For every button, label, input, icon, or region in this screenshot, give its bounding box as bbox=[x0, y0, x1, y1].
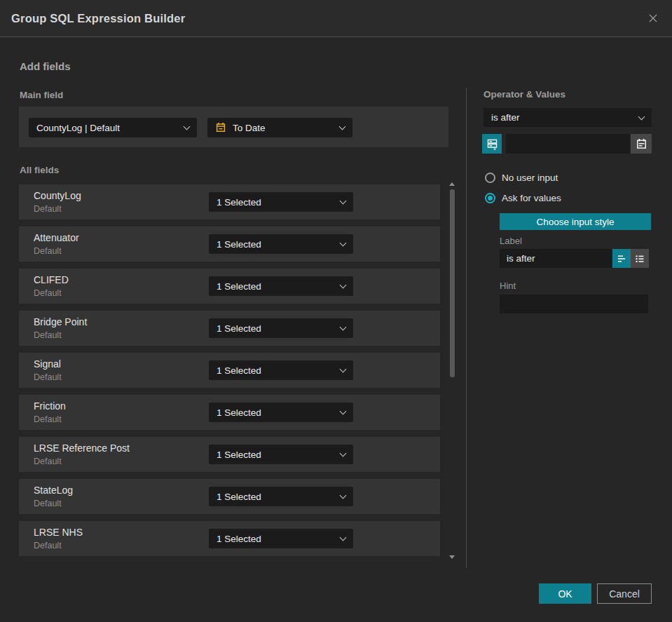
field-selection-dropdown[interactable]: 1 Selected bbox=[209, 445, 353, 464]
field-sublabel: Default bbox=[34, 372, 62, 382]
label-input[interactable] bbox=[500, 249, 612, 268]
chevron-down-icon bbox=[340, 198, 347, 205]
chevron-down-icon bbox=[184, 123, 191, 130]
field-sublabel: Default bbox=[34, 499, 62, 508]
chevron-down-icon bbox=[340, 324, 347, 331]
main-field-heading: Main field bbox=[20, 90, 63, 100]
value-input[interactable] bbox=[506, 134, 630, 154]
date-field-dropdown[interactable]: To Date bbox=[207, 118, 352, 137]
value-list-icon[interactable] bbox=[482, 134, 502, 154]
field-sublabel: Default bbox=[34, 541, 62, 550]
add-fields-heading: Add fields bbox=[20, 60, 71, 72]
field-selection-dropdown[interactable]: 1 Selected bbox=[209, 360, 353, 380]
hint-input[interactable] bbox=[500, 295, 648, 313]
chevron-down-icon bbox=[340, 492, 347, 499]
chevron-down-icon bbox=[340, 450, 347, 457]
field-selection-dropdown[interactable]: 1 Selected bbox=[209, 234, 353, 254]
field-row: LRSE Reference Post Default 1 Selected bbox=[19, 437, 440, 472]
chevron-down-icon bbox=[340, 534, 347, 541]
field-row: Signal Default 1 Selected bbox=[19, 353, 440, 388]
field-selection-dropdown[interactable]: 1 Selected bbox=[209, 276, 353, 296]
field-row: LRSE NHS Default 1 Selected bbox=[19, 521, 440, 556]
radio-no-user-input[interactable]: No user input bbox=[485, 173, 558, 183]
field-selection-dropdown[interactable]: 1 Selected bbox=[209, 403, 353, 422]
field-sublabel: Default bbox=[34, 330, 62, 340]
field-selection-dropdown[interactable]: 1 Selected bbox=[209, 487, 353, 506]
field-row: StateLog Default 1 Selected bbox=[19, 479, 440, 514]
chevron-down-icon bbox=[340, 282, 347, 289]
field-sublabel: Default bbox=[34, 288, 62, 298]
all-fields-scrollbar[interactable] bbox=[449, 180, 455, 562]
field-name: CLIFED bbox=[34, 274, 69, 285]
field-sublabel: Default bbox=[34, 414, 62, 424]
field-name: CountyLog bbox=[34, 190, 81, 201]
field-select-label: 1 Selected bbox=[217, 534, 261, 544]
all-fields-list: CountyLog Default 1 Selected Attenuator … bbox=[19, 184, 440, 563]
scrollbar-thumb[interactable] bbox=[450, 189, 455, 377]
scroll-down-arrow-icon[interactable] bbox=[449, 555, 455, 559]
dialog-header: Group SQL Expression Builder bbox=[0, 0, 672, 37]
field-row: Friction Default 1 Selected bbox=[19, 395, 440, 430]
field-name: LRSE NHS bbox=[34, 527, 83, 538]
chevron-down-icon bbox=[339, 123, 346, 130]
field-select-label: 1 Selected bbox=[217, 239, 261, 250]
radio-no-user-input-label: No user input bbox=[502, 173, 558, 183]
main-field-panel: CountyLog | Default To Date bbox=[19, 107, 448, 147]
field-name: Friction bbox=[34, 400, 66, 412]
dialog-title: Group SQL Expression Builder bbox=[11, 12, 185, 25]
field-row: CountyLog Default 1 Selected bbox=[19, 184, 440, 219]
close-icon[interactable] bbox=[645, 11, 661, 26]
date-field-dropdown-value: To Date bbox=[233, 123, 266, 133]
group-sql-expression-builder-dialog: Group SQL Expression Builder Add fields … bbox=[0, 0, 672, 622]
chevron-down-icon bbox=[340, 408, 347, 415]
field-name: Attenuator bbox=[34, 232, 79, 243]
field-sublabel: Default bbox=[34, 457, 62, 466]
bulleted-list-icon[interactable] bbox=[631, 249, 649, 268]
align-left-icon[interactable] bbox=[612, 249, 631, 268]
field-select-label: 1 Selected bbox=[217, 492, 261, 502]
radio-selected-icon bbox=[485, 193, 495, 203]
cancel-button[interactable]: Cancel bbox=[597, 583, 652, 604]
field-row: Attenuator Default 1 Selected bbox=[19, 227, 440, 262]
chevron-down-icon bbox=[340, 240, 347, 247]
field-name: Signal bbox=[34, 358, 61, 370]
field-select-label: 1 Selected bbox=[217, 281, 261, 292]
field-select-label: 1 Selected bbox=[217, 407, 261, 418]
field-select-label: 1 Selected bbox=[217, 323, 261, 334]
radio-ask-for-values[interactable]: Ask for values bbox=[485, 193, 561, 203]
ok-button[interactable]: OK bbox=[539, 583, 591, 604]
operator-dropdown[interactable]: is after bbox=[484, 108, 652, 127]
field-name: LRSE Reference Post bbox=[34, 442, 130, 454]
panel-divider bbox=[466, 88, 467, 568]
operator-dropdown-value: is after bbox=[491, 112, 520, 123]
hint-field-label: Hint bbox=[500, 280, 516, 291]
field-name: Bridge Point bbox=[34, 316, 87, 327]
label-field-label: Label bbox=[500, 236, 522, 246]
calendar-icon[interactable] bbox=[631, 134, 652, 154]
operator-values-heading: Operator & Values bbox=[484, 89, 565, 100]
field-selection-dropdown[interactable]: 1 Selected bbox=[209, 318, 353, 338]
radio-unselected-icon bbox=[485, 173, 495, 183]
field-select-label: 1 Selected bbox=[217, 365, 261, 376]
chevron-down-icon bbox=[340, 366, 347, 373]
scroll-up-arrow-icon[interactable] bbox=[449, 182, 455, 186]
chevron-down-icon bbox=[638, 113, 645, 120]
field-selection-dropdown[interactable]: 1 Selected bbox=[209, 192, 353, 212]
field-name: StateLog bbox=[34, 485, 73, 496]
field-row: CLIFED Default 1 Selected bbox=[19, 269, 440, 304]
all-fields-heading: All fields bbox=[20, 165, 59, 175]
main-field-dropdown-value: CountyLog | Default bbox=[36, 123, 120, 133]
calendar-icon bbox=[215, 122, 226, 133]
field-select-label: 1 Selected bbox=[217, 449, 261, 460]
field-sublabel: Default bbox=[34, 246, 62, 256]
choose-input-style-button[interactable]: Choose input style bbox=[500, 213, 651, 230]
field-select-label: 1 Selected bbox=[217, 197, 261, 208]
field-selection-dropdown[interactable]: 1 Selected bbox=[209, 529, 353, 548]
main-field-dropdown[interactable]: CountyLog | Default bbox=[29, 118, 197, 137]
radio-ask-for-values-label: Ask for values bbox=[502, 193, 561, 203]
field-sublabel: Default bbox=[34, 204, 62, 214]
field-row: Bridge Point Default 1 Selected bbox=[19, 311, 440, 346]
